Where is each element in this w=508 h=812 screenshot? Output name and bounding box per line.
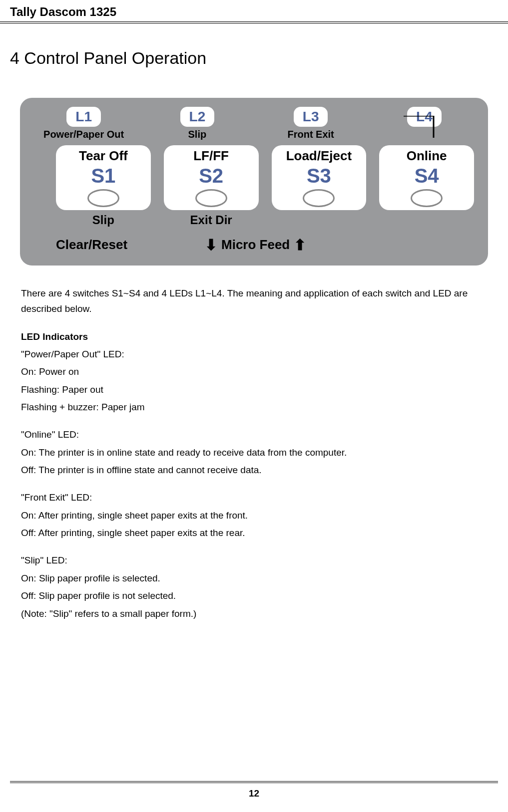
switch-top-label: Tear Off (79, 148, 128, 164)
page-header: Tally Dascom 1325 (0, 0, 508, 23)
micro-feed-label: Micro Feed (221, 237, 290, 253)
switch-top-label: Online (407, 148, 447, 164)
page-number: 12 (249, 788, 259, 799)
body-content: There are 4 switches S1~S4 and 4 LEDs L1… (0, 275, 508, 621)
led-l3: L3 Front Exit (261, 107, 361, 140)
switch-sub-label: Exit Dir (164, 213, 259, 227)
switch-top-label: Load/Eject (286, 148, 352, 164)
front-led-line: On: After printing, single sheet paper e… (21, 508, 487, 523)
page-footer: 12 (10, 781, 498, 799)
led-label: Power/Paper Out (43, 129, 124, 140)
led-l4: L4 (375, 107, 474, 127)
led-indicators-heading: LED Indicators (21, 329, 487, 344)
power-led-title: "Power/Paper Out" LED: (21, 346, 487, 362)
switch-button-icon (303, 189, 335, 207)
section-title: 4 Control Panel Operation (0, 23, 508, 83)
led-label: Slip (188, 129, 207, 140)
clear-reset-label: Clear/Reset (56, 237, 154, 253)
led-label: Front Exit (287, 129, 334, 140)
micro-feed-group: ⬇ Micro Feed ⬆ (205, 236, 306, 254)
control-panel-figure: L1 Power/Paper Out L2 Slip L3 Front Exit… (20, 98, 488, 266)
switch-s4: Online S4 (379, 145, 474, 210)
led-pill: L2 (180, 107, 215, 127)
power-led-line: Flashing: Paper out (21, 382, 487, 397)
switch-row: Tear Off S1 LF/FF S2 Load/Eject S3 Onlin… (34, 145, 474, 210)
online-led-line: On: The printer is in online state and r… (21, 445, 487, 460)
switch-button-icon (87, 189, 119, 207)
slip-led-line: Off: Slip paper profile is not selected. (21, 588, 487, 603)
led-pill: L1 (66, 107, 101, 127)
switch-top-label: LF/FF (193, 148, 229, 164)
online-led-title: "Online" LED: (21, 427, 487, 442)
switch-id: S1 (91, 165, 115, 187)
switch-s2: LF/FF S2 (164, 145, 259, 210)
power-led-line: Flashing + buzzer: Paper jam (21, 399, 487, 415)
led-pill: L3 (294, 107, 328, 127)
front-led-line: Off: After printing, single sheet paper … (21, 525, 487, 541)
led-l1: L1 Power/Paper Out (34, 107, 133, 140)
front-led-title: "Front Exit" LED: (21, 490, 487, 505)
switch-sub-row: Slip Exit Dir (34, 213, 474, 227)
switch-button-icon (195, 189, 227, 207)
slip-led-line: On: Slip paper profile is selected. (21, 570, 487, 586)
arrow-down-icon: ⬇ (205, 236, 217, 254)
switch-button-icon (411, 189, 443, 207)
document-title: Tally Dascom 1325 (10, 5, 116, 18)
panel-bottom-row: Clear/Reset ⬇ Micro Feed ⬆ (34, 236, 474, 254)
switch-sub-label (379, 213, 474, 227)
arrow-up-icon: ⬆ (294, 236, 306, 254)
l4-connector-icon (403, 116, 463, 141)
slip-led-note: (Note: "Slip" refers to a small paper fo… (21, 606, 487, 621)
switch-id: S2 (199, 165, 223, 187)
switch-id: S3 (307, 165, 331, 187)
led-row: L1 Power/Paper Out L2 Slip L3 Front Exit… (34, 107, 474, 140)
power-led-line: On: Power on (21, 364, 487, 379)
switch-s3: Load/Eject S3 (272, 145, 367, 210)
intro-paragraph: There are 4 switches S1~S4 and 4 LEDs L1… (21, 285, 487, 317)
led-l2: L2 Slip (147, 107, 247, 140)
switch-id: S4 (415, 165, 439, 187)
switch-s1: Tear Off S1 (56, 145, 151, 210)
slip-led-title: "Slip" LED: (21, 552, 487, 568)
online-led-line: Off: The printer is in offline state and… (21, 462, 487, 478)
switch-sub-label: Slip (56, 213, 151, 227)
switch-sub-label (272, 213, 367, 227)
